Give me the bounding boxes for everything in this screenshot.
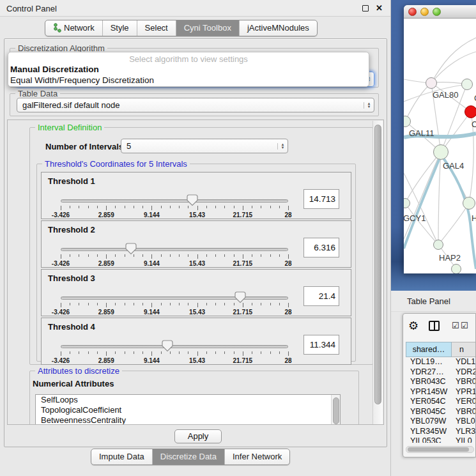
cyni-toolbox-panel: Discretization Algorithm ▲ ▼ Table Data … <box>4 38 387 447</box>
threshold-label: Threshold 4 <box>48 322 95 332</box>
network-icon <box>53 23 61 33</box>
threshold-label: Threshold 3 <box>48 273 95 283</box>
checkbox-icon[interactable]: ☑ <box>452 321 459 330</box>
threshold-value-field[interactable]: 21.4 <box>303 286 339 306</box>
algorithm-dropdown-popup: Select algorithm to view settings Manual… <box>8 52 369 87</box>
gear-icon[interactable]: ⚙ <box>408 319 418 333</box>
close-icon[interactable]: ✕ <box>376 3 383 13</box>
scrollbar-thumb[interactable] <box>374 125 381 404</box>
network-node-gal80[interactable] <box>426 77 437 89</box>
columns-icon[interactable] <box>429 321 440 331</box>
main-scrollbar[interactable] <box>372 121 383 425</box>
tab-jactivemnodules[interactable]: jActiveMNodules <box>239 20 317 36</box>
right-region: GAL80GACGAL11GAL4GCY1HHAP2 Table Panel ⚙… <box>391 0 476 476</box>
popup-option[interactable]: Manual Discretization <box>8 64 369 75</box>
interval-definition-group: Interval Definition Number of Intervals … <box>29 127 373 365</box>
table-row[interactable]: YBR045CYBR0 <box>406 407 476 417</box>
tab-infer-network[interactable]: Infer Network <box>224 449 289 464</box>
tab-cyni-toolbox[interactable]: Cyni Toolbox <box>176 20 239 36</box>
apply-button[interactable]: Apply <box>174 429 222 443</box>
table-row[interactable]: YIL053CYIL0 <box>406 436 476 443</box>
close-traffic-light-icon[interactable] <box>408 8 417 16</box>
network-canvas[interactable]: GAL80GACGAL11GAL4GCY1HHAP2 <box>404 19 476 273</box>
table-row[interactable]: YBL079WYBL0 <box>406 417 476 427</box>
attribute-list-item[interactable]: SelfLoops <box>36 395 340 405</box>
column-header-shared[interactable]: shared… <box>406 342 452 357</box>
tab-discretize-data[interactable]: Discretize Data <box>152 449 224 464</box>
table-row[interactable]: YBR043CYBR0 <box>406 377 476 387</box>
tab-select[interactable]: Select <box>137 20 176 36</box>
combo-stepper-icon[interactable]: ▲ ▼ <box>277 143 288 150</box>
table-row[interactable]: YDL19…YDL1 <box>406 357 476 367</box>
numerical-attributes-list[interactable]: SelfLoopsTopologicalCoefficientBetweenne… <box>35 394 341 425</box>
network-node-gal4[interactable] <box>433 144 449 160</box>
minimize-traffic-light-icon[interactable] <box>420 8 429 16</box>
table-row[interactable]: YLR345WYLR3 <box>406 427 476 437</box>
table-toolbar: ⚙ ☑ ☑ <box>403 314 475 339</box>
slider-ticks <box>61 206 288 211</box>
combo-stepper-icon[interactable]: ▲ ▼ <box>364 102 374 109</box>
table-header-row: shared… n <box>406 342 476 357</box>
tab-style[interactable]: Style <box>102 20 137 36</box>
slider-track[interactable] <box>61 345 288 348</box>
slider-tick-labels: -3.4262.8599.14415.4321.71528 <box>61 211 288 219</box>
table-row[interactable]: YER054CYER0 <box>406 397 476 407</box>
float-window-icon[interactable] <box>362 5 369 12</box>
node-table: shared… n YDL19…YDL1YDR27…YDR2YBR043CYBR… <box>406 342 476 443</box>
threshold-list: Threshold 1 -3.4262.8599.14415.4321.7152… <box>41 172 351 366</box>
attribute-list-item[interactable]: BetweennessCentrality <box>36 415 340 425</box>
slider-track[interactable] <box>61 199 288 203</box>
control-panel: Control Panel ✕ NetworkStyleSelectCyni T… <box>0 0 391 476</box>
table-row[interactable]: YDR27…YDR2 <box>406 367 476 378</box>
threshold-panel: Threshold 4 -3.4262.8599.14415.4321.7152… <box>41 318 351 365</box>
tab-network[interactable]: Network <box>45 20 102 36</box>
bottom-tab-bar: Impute DataDiscretize DataInfer Network <box>91 449 290 465</box>
slider-thumb-icon[interactable] <box>187 194 198 206</box>
node-label: GCY1 <box>404 213 426 223</box>
slider-ticks <box>61 254 288 259</box>
screen: Control Panel ✕ NetworkStyleSelectCyni T… <box>0 0 476 476</box>
slider-ticks <box>61 351 288 357</box>
attribute-list-item[interactable]: TopologicalCoefficient <box>36 405 340 415</box>
threshold-panel: Threshold 1 -3.4262.8599.14415.4321.7152… <box>41 172 351 219</box>
slider-thumb-icon[interactable] <box>125 243 137 255</box>
slider-track[interactable] <box>61 296 288 300</box>
slider-track[interactable] <box>61 248 288 251</box>
table-horizontal-scrollbar[interactable] <box>406 446 474 453</box>
table-panel-title: Table Panel <box>407 296 450 306</box>
table-data-group: Table Data galFiltered.sif default node … <box>10 93 379 116</box>
number-of-intervals-combobox[interactable]: 5 ▲ ▼ <box>121 139 288 153</box>
attributes-group: Attributes to discretize Numerical Attri… <box>29 371 359 425</box>
slider-thumb-icon[interactable] <box>162 340 173 352</box>
top-tab-bar: NetworkStyleSelectCyni ToolboxjActiveMNo… <box>45 20 318 36</box>
threshold-panel: Threshold 3 -3.4262.8599.14415.4321.7152… <box>41 269 351 316</box>
node-label: C <box>472 119 476 129</box>
table-data-combobox[interactable]: galFiltered.sif default node ▲ ▼ <box>17 98 374 112</box>
network-window-titlebar[interactable] <box>404 5 476 19</box>
zoom-traffic-light-icon[interactable] <box>433 8 441 16</box>
slider-tick-labels: -3.4262.8599.14415.4321.71528 <box>61 309 288 316</box>
popup-option[interactable]: Equal Width/Frequency Discretization <box>8 75 369 86</box>
network-node-h[interactable] <box>463 197 475 210</box>
popup-hint: Select algorithm to view settings <box>8 52 369 64</box>
threshold-value-field[interactable]: 11.344 <box>303 335 339 355</box>
slider-tick-labels: -3.4262.8599.14415.4321.71528 <box>61 260 288 267</box>
threshold-value-field[interactable]: 6.316 <box>303 238 339 257</box>
slider-thumb-icon[interactable] <box>234 291 246 303</box>
attributes-scrollbar[interactable] <box>331 395 340 424</box>
interval-definition-title: Interval Definition <box>35 123 104 132</box>
settings-scrollpane: Interval Definition Number of Intervals … <box>7 119 384 425</box>
scrollbar-thumb[interactable] <box>408 447 469 452</box>
scrollbar-thumb[interactable] <box>333 397 339 424</box>
attributes-group-title: Attributes to discretize <box>35 366 122 376</box>
tab-impute-data[interactable]: Impute Data <box>91 449 152 464</box>
column-header-name[interactable]: n <box>452 342 476 357</box>
network-node[interactable] <box>451 264 461 273</box>
threshold-panel: Threshold 2 -3.4262.8599.14415.4321.7152… <box>41 220 351 268</box>
checkbox-icon[interactable]: ☑ <box>461 321 468 330</box>
network-node-ga[interactable] <box>461 79 473 90</box>
table-row[interactable]: YPR145WYPR1 <box>406 387 476 397</box>
network-node-hap2[interactable] <box>433 240 443 250</box>
threshold-value-field[interactable]: 14.713 <box>303 189 339 209</box>
network-node-c[interactable] <box>464 105 476 118</box>
